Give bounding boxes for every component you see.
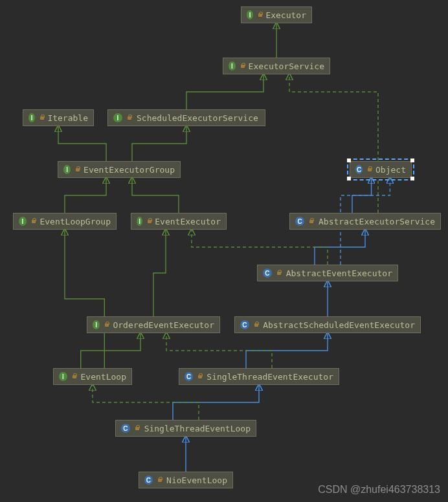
abstract-class-icon: C: [240, 320, 249, 329]
uml-node-nioEventLoop[interactable]: CNioEventLoop: [139, 472, 233, 488]
interface-icon: I: [63, 165, 71, 174]
uml-node-iterable[interactable]: IIterable: [23, 109, 94, 126]
uml-node-eventExecutor[interactable]: IEventExecutor: [131, 213, 227, 230]
node-label: SingleThreadEventExecutor: [207, 372, 333, 382]
node-label: SingleThreadEventLoop: [144, 424, 251, 433]
node-label: AbstractEventExecutor: [286, 268, 392, 278]
interface-icon: I: [247, 10, 253, 19]
lock-icon: [104, 322, 109, 328]
selection-handle[interactable]: [410, 177, 414, 180]
node-label: OrderedEventExecutor: [113, 320, 214, 330]
abstract-class-icon: C: [144, 475, 153, 485]
lock-icon: [39, 115, 43, 121]
uml-node-eventLoopGroup[interactable]: IEventLoopGroup: [13, 213, 117, 230]
abstract-class-icon: C: [295, 217, 304, 226]
uml-node-eventExecGroup[interactable]: IEventExecutorGroup: [58, 161, 181, 178]
lock-icon: [157, 477, 162, 483]
lock-icon: [308, 218, 315, 224]
node-label: ExecutorService: [249, 61, 324, 71]
node-label: NioEventLoop: [166, 475, 227, 485]
lock-icon: [30, 218, 36, 224]
interface-icon: I: [93, 320, 100, 329]
lock-icon: [240, 63, 245, 69]
interface-icon: I: [229, 61, 236, 71]
node-label: ScheduledExecutorService: [137, 113, 258, 123]
uml-node-orderedEventExec[interactable]: IOrderedEventExecutor: [87, 316, 220, 333]
lock-icon: [366, 166, 372, 173]
uml-node-singleThreadEE[interactable]: CSingleThreadEventExecutor: [179, 368, 339, 385]
lock-icon: [71, 373, 77, 380]
node-label: AbstractExecutorService: [319, 217, 435, 226]
lock-icon: [134, 425, 140, 431]
lock-icon: [253, 322, 260, 328]
node-label: Executor: [265, 10, 306, 20]
abstract-class-icon: C: [121, 424, 130, 433]
uml-node-singleThreadEL[interactable]: CSingleThreadEventLoop: [115, 420, 256, 437]
uml-node-eventLoop[interactable]: IEventLoop: [53, 368, 132, 385]
interface-icon: I: [113, 113, 122, 122]
abstract-class-icon: C: [185, 372, 193, 381]
node-label: AbstractScheduledEventExecutor: [263, 320, 415, 330]
uml-node-absExecSvc[interactable]: CAbstractExecutorService: [289, 213, 441, 230]
uml-node-absEventExec[interactable]: CAbstractEventExecutor: [257, 265, 398, 281]
node-label: Iterable: [47, 113, 88, 123]
class-icon: C: [355, 165, 363, 174]
lock-icon: [257, 12, 262, 18]
uml-diagram[interactable]: IExecutorIExecutorServiceIIterableISched…: [0, 0, 448, 502]
selection-handle[interactable]: [347, 177, 351, 180]
node-label: EventLoop: [81, 372, 126, 382]
lock-icon: [197, 373, 203, 380]
uml-node-executor[interactable]: IExecutor: [241, 6, 312, 23]
uml-node-executorService[interactable]: IExecutorService: [223, 58, 330, 74]
abstract-class-icon: C: [263, 268, 272, 278]
uml-node-scheduledExecSvc[interactable]: IScheduledExecutorService: [107, 109, 265, 126]
interface-icon: I: [19, 217, 27, 226]
selection-handle[interactable]: [410, 158, 414, 162]
interface-icon: I: [137, 217, 142, 226]
lock-icon: [126, 115, 133, 121]
uml-node-object[interactable]: CObject: [350, 161, 412, 178]
uml-node-absSchedEventExec[interactable]: CAbstractScheduledEventExecutor: [234, 316, 421, 333]
lock-icon: [146, 218, 151, 224]
interface-icon: I: [59, 372, 67, 381]
node-label: Object: [375, 165, 406, 175]
lock-icon: [74, 166, 80, 173]
node-label: EventExecutorGroup: [84, 165, 175, 175]
selection-handle[interactable]: [347, 158, 351, 162]
node-label: EventExecutor: [155, 217, 221, 226]
interface-icon: I: [28, 113, 35, 122]
node-label: EventLoopGroup: [39, 217, 111, 226]
lock-icon: [276, 270, 282, 276]
watermark: CSDN @zhufei463738313: [318, 484, 440, 496]
